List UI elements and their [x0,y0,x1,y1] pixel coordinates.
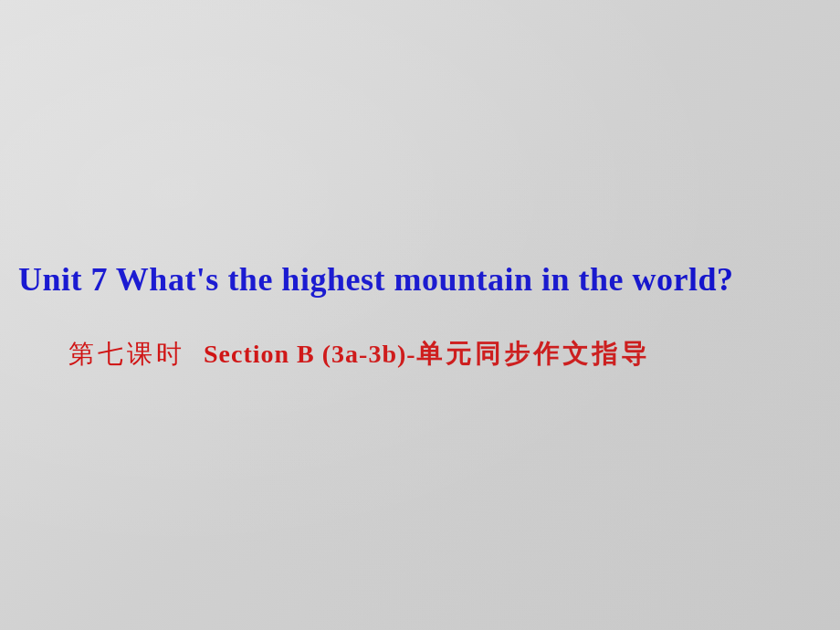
subtitle-row: 第七课时 Section B (3a-3b)-单元同步作文指导 [68,337,650,372]
chinese-suffix: 单元同步作文指导 [416,340,650,368]
unit-title: Unit 7 What's the highest mountain in th… [18,258,733,301]
section-label: Section B (3a-3b)-单元同步作文指导 [204,337,650,372]
slide-container: Unit 7 What's the highest mountain in th… [0,0,840,630]
lesson-number-chinese: 第七课时 [68,337,185,372]
